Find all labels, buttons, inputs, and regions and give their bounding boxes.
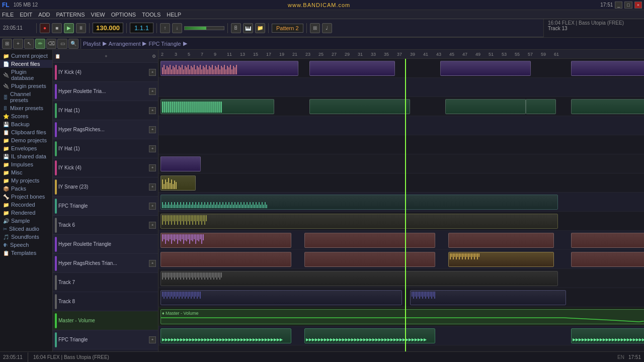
row-rags[interactable] [158,116,644,135]
track-strip-fpc-top[interactable]: FPC Triangle + [53,197,158,216]
sidebar-item-backup[interactable]: 💾 Backup [0,120,52,128]
clip-kick4-3[interactable] [440,61,531,76]
clip-track7-1[interactable] [160,271,558,286]
row-track11[interactable] [158,345,644,351]
track-strip-hyper-roulette-mid[interactable]: Hyper Roulette Triangle [53,235,158,254]
tracks-area[interactable]: ♦ Master - Volume ▶▶▶▶▶▶▶▶▶▶▶▶▶▶▶▶▶▶▶▶▶▶… [158,59,644,351]
track-strip-track8[interactable]: Track 8 [53,292,158,311]
menu-edit[interactable]: EDIT [20,12,32,18]
sidebar-item-recorded[interactable]: 📁 Recorded [0,201,52,209]
clip-hat1-2[interactable] [309,99,410,114]
track-add-btn-rags-mid[interactable]: + [149,260,156,267]
clip-hyper-mid-4[interactable] [571,233,644,248]
pause-button[interactable]: ⏸ [76,23,86,33]
track-strip-track11[interactable]: Track 11 [53,349,158,351]
close-button[interactable]: × [634,2,642,9]
sidebar-item-plugin-database[interactable]: 🔌 Plugin database [0,68,52,82]
track-strip-track7[interactable]: Track 7 [53,273,158,292]
sidebar-item-impulses[interactable]: 📁 Impulses [0,160,52,168]
select-icon[interactable]: ▭ [57,39,67,49]
track-strip-track6[interactable]: Track 6 + [53,216,158,235]
track-add-btn-hyper1[interactable]: + [149,88,156,95]
track-add-btn-fpc-top[interactable]: + [149,203,156,210]
row-hyper-top[interactable] [158,78,644,97]
menu-view[interactable]: VIEW [91,12,105,18]
track-strip-fpc-mid[interactable]: FPC Triangle + [53,330,158,349]
row-hat1b[interactable] [158,135,644,154]
arrangement-canvas[interactable]: 2 3 5 7 9 11 13 15 17 19 21 23 25 27 29 … [158,50,644,351]
breadcrumb-fpc[interactable]: FPC Triangle [148,41,181,47]
track-strip-hyper-rags[interactable]: Hyper RagsRiches... + [53,120,158,139]
clip-track8-2[interactable] [410,290,566,305]
minimize-button[interactable]: _ [615,2,622,9]
row-hat1[interactable] [158,97,644,116]
eraser-icon[interactable]: ⌫ [46,39,56,49]
track-add-btn-snare23[interactable]: + [149,184,156,191]
row-rags-mid[interactable] [158,250,644,269]
track-add-btn-track6[interactable]: + [149,222,156,229]
play-button[interactable]: ▶ [64,23,74,33]
menu-options[interactable]: OPTIONS [111,12,136,18]
piano-roll-icon[interactable]: 🎹 [243,23,253,33]
sidebar-item-packs[interactable]: 📦 Packs [0,185,52,193]
track-add-btn-rags[interactable]: + [149,126,156,133]
clip-kick4-1[interactable] [160,61,298,76]
clip-track8-1[interactable] [160,290,402,305]
menu-add[interactable]: ADD [38,12,50,18]
clip-rags-mid-3[interactable] [448,252,554,267]
sidebar-item-misc[interactable]: 📁 Misc [0,168,52,176]
sidebar-item-demo-projects[interactable]: 📁 Demo projects [0,136,52,144]
maximize-button[interactable]: □ [624,2,632,9]
clip-rags-mid-2[interactable] [304,252,435,267]
row-kick4[interactable] [158,59,644,78]
clip-kick4-4[interactable] [571,61,644,76]
clip-fpc-mid-1[interactable]: ▶▶▶▶▶▶▶▶▶▶▶▶▶▶▶▶▶▶▶▶▶▶▶▶▶▶▶▶▶▶▶▶▶▶▶▶▶▶▶▶ [160,328,291,343]
record-button[interactable]: ● [40,23,50,33]
clip-rags-mid-1[interactable] [160,252,291,267]
pitch-down-icon[interactable]: ↓ [172,23,182,33]
clip-fpc-top-1[interactable] [160,195,558,210]
row-fpc-top[interactable] [158,193,644,212]
clip-kick4b-1[interactable] [160,156,201,171]
sidebar-item-rendered[interactable]: 📁 Rendered [0,209,52,217]
clip-hat1-5[interactable] [571,99,644,114]
track-strip-hat1[interactable]: IY Hat (1) + [53,101,158,120]
cursor-icon[interactable]: ↖ [24,39,34,49]
clip-snare-1[interactable] [160,175,196,191]
browser-icon[interactable]: 📁 [255,23,265,33]
breadcrumb-arrangement[interactable]: Arrangement [109,41,141,47]
track-add-btn-kick4b[interactable]: + [149,164,156,171]
menu-patterns[interactable]: PATTERNS [56,12,85,18]
row-snare23[interactable] [158,173,644,193]
track-add-btn-hat1[interactable]: + [149,107,156,114]
track-strip-snare23[interactable]: IY Snare (23) + [53,177,158,197]
stop-button[interactable]: ■ [52,23,62,33]
sidebar-item-mixer-presets[interactable]: 🎚 Mixer presets [0,104,52,112]
row-kick4b[interactable] [158,154,644,173]
add-track-icon[interactable]: + [13,39,23,49]
row-track6[interactable] [158,212,644,231]
track-strip-hyper-roulette-top[interactable]: Hyper Roulette Tria... + [53,82,158,101]
sidebar-item-scores[interactable]: ⭐ Scores [0,112,52,120]
clip-master-vol[interactable]: ♦ Master - Volume [160,309,644,324]
metronome-icon[interactable]: ♩ [322,23,332,33]
row-track7[interactable] [158,269,644,288]
clip-hat1-3[interactable] [445,99,526,114]
track-strip-kick4[interactable]: IY Kick (4) + [53,63,158,82]
bpm-display[interactable]: 130.000 [93,23,123,33]
mixer-icon[interactable]: 🎚 [231,23,241,33]
row-hyper-mid[interactable] [158,231,644,250]
sidebar-item-channel-presets[interactable]: 🎛 Channel presets [0,90,52,104]
clip-rags-mid-4[interactable] [571,252,644,267]
sidebar-item-sliced-audio[interactable]: ✂ Sliced audio [0,225,52,233]
sidebar-item-soundfonts[interactable]: 🎵 Soundfonts [0,233,52,241]
track-strip-kick4b[interactable]: IY Kick (4) + [53,158,158,177]
arrangement-view-icon[interactable]: ⊞ [2,39,12,49]
track-strip-track9[interactable]: Master - Volume [53,311,158,330]
clip-hat1-1[interactable] [160,99,274,114]
row-fpc-mid[interactable]: ▶▶▶▶▶▶▶▶▶▶▶▶▶▶▶▶▶▶▶▶▶▶▶▶▶▶▶▶▶▶▶▶▶▶▶▶▶▶▶▶… [158,326,644,345]
sidebar-item-il-shared[interactable]: 💾 IL shared data [0,152,52,160]
sidebar-item-recent-files[interactable]: 📄 Recent files [0,60,52,68]
track-add-btn-hat1b[interactable]: + [149,145,156,152]
sidebar-item-project-bones[interactable]: 🦴 Project bones [0,193,52,201]
